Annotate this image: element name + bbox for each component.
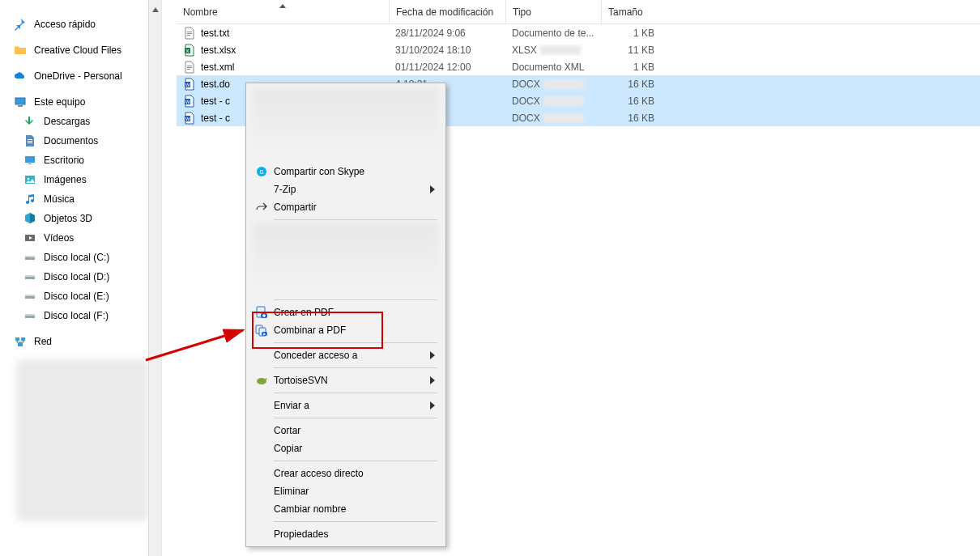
svg-text:W: W	[185, 100, 190, 104]
context-menu-separator	[274, 219, 437, 220]
file-size: 16 KB	[601, 79, 666, 90]
file-date: 01/11/2024 12:00	[389, 62, 505, 73]
file-size: 16 KB	[601, 95, 666, 107]
file-name: test.do	[201, 79, 230, 90]
chevron-right-icon	[428, 185, 437, 193]
cube-icon	[23, 212, 37, 225]
file-docx-icon: W	[183, 95, 196, 108]
sidebar-item-onedrive[interactable]: OneDrive - Personal	[0, 66, 161, 86]
svg-rect-13	[25, 295, 35, 296]
context-menu-tortoisesvn[interactable]: TortoiseSVN	[246, 371, 445, 389]
svg-text:W: W	[185, 83, 190, 87]
sidebar-label: Acceso rápido	[34, 19, 96, 30]
context-menu-crear-pdf[interactable]: Crear en PDF	[246, 303, 445, 321]
download-icon	[23, 115, 37, 128]
sidebar-item-creative-cloud[interactable]: Creative Cloud Files	[0, 40, 161, 60]
sidebar-label: Vídeos	[44, 232, 74, 244]
table-row[interactable]: test.xml01/11/2024 12:00Documento XML1 K…	[177, 58, 980, 75]
context-menu-conceder[interactable]: Conceder acceso a	[246, 346, 445, 364]
file-type: DOCX	[505, 112, 601, 124]
chevron-right-icon	[428, 376, 437, 384]
column-header-size[interactable]: Tamaño	[601, 0, 666, 23]
context-menu-blurred-mid	[253, 223, 439, 296]
context-menu-separator	[274, 342, 437, 343]
sidebar-collapsed-blur	[16, 359, 148, 521]
sidebar-item-disco-e[interactable]: Disco local (E:)	[0, 286, 161, 306]
nav-sidebar: Acceso rápido Creative Cloud Files OneDr…	[0, 0, 162, 556]
sidebar-item-objetos3d[interactable]: Objetos 3D	[0, 209, 161, 228]
svg-rect-16	[15, 337, 19, 341]
context-menu-combinar-pdf[interactable]: Combinar a PDF	[246, 321, 445, 339]
context-menu-compartir[interactable]: Compartir	[246, 198, 445, 216]
svg-point-5	[28, 178, 30, 180]
context-menu-crear-acceso[interactable]: Crear acceso directo	[246, 465, 445, 482]
svg-text:S: S	[259, 168, 263, 176]
file-name: test.txt	[201, 28, 229, 39]
table-row[interactable]: Xtest.xlsx31/10/2024 18:10XLSX11 KB	[177, 41, 980, 58]
sidebar-item-videos[interactable]: Vídeos	[0, 228, 161, 248]
sidebar-label: Música	[44, 193, 75, 205]
sidebar-scrollbar[interactable]	[148, 0, 161, 556]
sidebar-item-red[interactable]: Red	[0, 332, 161, 351]
file-size: 1 KB	[601, 28, 666, 39]
context-menu-copiar[interactable]: Copiar	[246, 439, 445, 457]
sidebar-label: Objetos 3D	[44, 213, 92, 224]
column-header-type[interactable]: Tipo	[505, 0, 601, 23]
drive-icon	[23, 290, 37, 303]
file-name: test - c	[201, 112, 230, 124]
pdf-plus-icon	[253, 306, 271, 319]
svg-rect-15	[25, 314, 35, 316]
drive-icon	[23, 251, 37, 264]
column-header-date[interactable]: Fecha de modificación	[389, 0, 505, 23]
svg-rect-0	[15, 98, 25, 104]
context-menu-blurred-top	[253, 88, 439, 161]
share-icon	[253, 201, 271, 214]
video-icon	[23, 231, 37, 244]
sidebar-label: Disco local (D:)	[44, 271, 109, 282]
sidebar-item-quick-access[interactable]: Acceso rápido	[0, 15, 161, 34]
context-menu-cortar[interactable]: Cortar	[246, 422, 445, 439]
sidebar-label: Disco local (E:)	[44, 291, 109, 302]
column-header-name[interactable]: Nombre	[177, 0, 389, 23]
sidebar-item-escritorio[interactable]: Escritorio	[0, 151, 161, 170]
context-menu-cambiar[interactable]: Cambiar nombre	[246, 500, 445, 518]
splitter[interactable]	[162, 0, 177, 556]
context-menu-separator	[274, 461, 437, 461]
document-icon	[23, 134, 37, 147]
folder-icon	[13, 44, 28, 57]
music-icon	[23, 193, 37, 206]
context-menu-skype[interactable]: S Compartir con Skype	[246, 163, 445, 180]
sidebar-item-imagenes[interactable]: Imágenes	[0, 170, 161, 189]
file-type: DOCX	[505, 95, 601, 107]
pin-icon	[13, 18, 28, 31]
sidebar-item-disco-d[interactable]: Disco local (D:)	[0, 267, 161, 286]
file-type: XLSX	[505, 45, 601, 56]
context-menu-separator	[274, 299, 437, 300]
sidebar-label: Creative Cloud Files	[34, 45, 121, 56]
sidebar-label: Red	[34, 336, 52, 347]
sidebar-item-disco-f[interactable]: Disco local (F:)	[0, 306, 161, 325]
file-docx-icon: W	[183, 112, 196, 125]
column-headers: Nombre Fecha de modificación Tipo Tamaño	[177, 0, 980, 24]
file-xml-icon	[183, 61, 196, 74]
context-menu-eliminar[interactable]: Eliminar	[246, 482, 445, 500]
context-menu-enviar[interactable]: Enviar a	[246, 397, 445, 414]
desktop-icon	[23, 154, 37, 167]
sidebar-item-este-equipo[interactable]: Este equipo	[0, 92, 161, 112]
context-menu-separator	[274, 393, 437, 393]
svg-text:W: W	[185, 117, 190, 121]
context-menu-7zip[interactable]: 7-Zip	[246, 180, 445, 198]
sidebar-item-documentos[interactable]: Documentos	[0, 131, 161, 151]
svg-text:X: X	[185, 49, 189, 53]
sidebar-item-musica[interactable]: Música	[0, 189, 161, 209]
file-type: Documento de te...	[505, 28, 601, 39]
sidebar-item-disco-c[interactable]: Disco local (C:)	[0, 248, 161, 267]
file-size: 1 KB	[601, 62, 666, 73]
sidebar-label: Disco local (F:)	[44, 310, 109, 321]
skype-icon: S	[253, 165, 271, 178]
context-menu-propiedades[interactable]: Propiedades	[246, 525, 445, 543]
table-row[interactable]: test.txt28/11/2024 9:06Documento de te..…	[177, 24, 980, 41]
svg-rect-17	[21, 337, 25, 341]
context-menu: S Compartir con Skype 7-Zip Compartir Cr…	[245, 83, 446, 547]
sidebar-item-descargas[interactable]: Descargas	[0, 112, 161, 131]
